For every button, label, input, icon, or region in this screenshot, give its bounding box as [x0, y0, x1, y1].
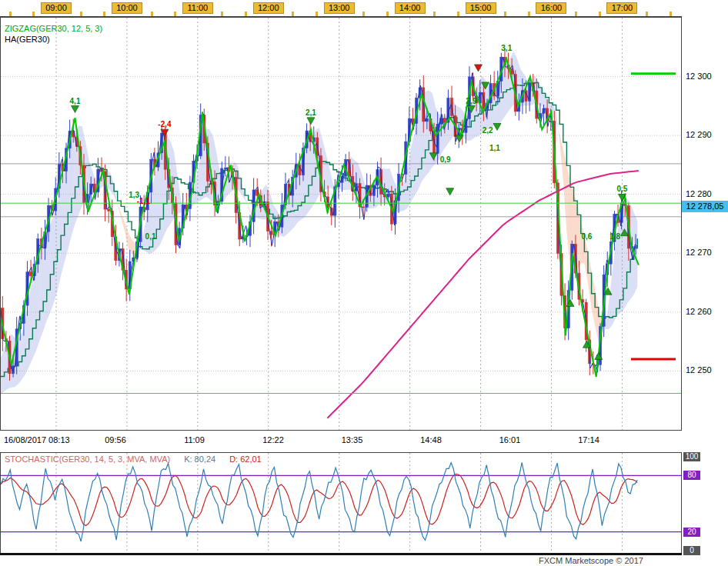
trade-arrow-icon	[493, 123, 501, 130]
minor-tick	[245, 12, 247, 16]
price-tick-label: 12 300	[686, 72, 712, 81]
stochastic-d-value: D: 62,01	[229, 454, 262, 464]
minor-tick	[221, 12, 223, 16]
trade-label: 0,1	[145, 232, 156, 241]
stoch-k-line	[1, 462, 637, 541]
bottom-time-label: 11:09	[184, 435, 205, 444]
trade-label: -1,1	[137, 197, 151, 205]
time-axis-bottom[interactable]: 16/08/2017 08:1309:5611:0912:2213:3514:4…	[0, 431, 682, 451]
minor-tick	[316, 12, 318, 16]
price-tick-label: 12 260	[686, 307, 712, 316]
current-price-badge: 12 278,05	[682, 201, 728, 212]
time-label: 14:00	[395, 2, 426, 14]
stochastic-axis[interactable]: 10080200	[682, 452, 728, 555]
time-label: 12:00	[253, 2, 284, 14]
time-label: 17:00	[606, 2, 637, 14]
minor-tick	[151, 12, 153, 16]
bottom-time-label: 09:56	[105, 435, 126, 444]
watermark-text: FXCM Marketscope © 2017	[539, 556, 677, 565]
minor-tick	[362, 12, 365, 16]
cloud-layer	[1, 52, 637, 395]
trade-arrow-icon	[446, 188, 454, 195]
stoch-grid-layer	[1, 453, 681, 554]
time-label: 10:00	[112, 2, 142, 14]
bottom-time-label: 12:22	[262, 435, 284, 444]
time-label: 11:00	[182, 2, 213, 14]
time-label: 15:00	[466, 2, 496, 14]
time-label: 16:00	[536, 2, 566, 14]
price-tick-label: 12 280	[686, 189, 712, 198]
minor-tick	[433, 12, 436, 16]
trade-arrow-icon	[307, 118, 315, 125]
minor-tick	[292, 12, 294, 16]
minor-tick	[504, 12, 506, 16]
legend-ha: HA(GER30)	[5, 34, 102, 45]
bottom-time-label: 16:01	[499, 435, 521, 444]
minor-tick	[528, 12, 530, 16]
minor-tick	[9, 12, 12, 16]
stochastic-plot[interactable]	[0, 452, 682, 555]
minor-tick	[32, 12, 35, 16]
trade-label: 0,6	[581, 232, 592, 241]
minor-tick	[599, 12, 601, 16]
legend-zigzag: ZIGZAG(GER30, 12, 5, 3)	[5, 23, 102, 34]
time-label: 13:00	[324, 2, 355, 14]
chart-window: 09:0010:0011:0012:0013:0014:0015:0016:00…	[0, 0, 728, 566]
price-axis[interactable]: 12 278,05 12 30012 29012 28012 27012 260…	[682, 17, 728, 431]
trade-label: 0,9	[440, 155, 451, 164]
main-chart-plot[interactable]: 4,1-2,41,3-1,10,12,10,92,92,23,11,10,50,…	[0, 17, 682, 431]
trade-label: 2,1	[306, 108, 316, 117]
main-chart-legend: ZIGZAG(GER30, 12, 5, 3) HA(GER30)	[5, 23, 102, 45]
minor-tick	[646, 12, 648, 16]
trade-label: 3,1	[501, 44, 512, 52]
minor-tick	[174, 12, 176, 16]
trade-label: 4,1	[70, 97, 81, 105]
minor-tick	[103, 12, 105, 16]
bottom-time-label: 16/08/2017 08:13	[4, 435, 70, 444]
trade-arrow-icon	[72, 106, 79, 113]
minor-tick	[670, 12, 672, 16]
minor-tick	[386, 12, 389, 16]
price-tick-label: 12 270	[686, 248, 712, 257]
stochastic-legend: STOCHASTIC(GER30, 14, 5, 3, MVA, MVA) K:…	[5, 454, 262, 464]
stoch-axis-badge: 20	[683, 528, 700, 537]
stoch-axis-badge: 0	[683, 546, 700, 555]
bottom-time-label: 13:35	[342, 435, 363, 444]
trade-label: 2,2	[483, 126, 493, 135]
minor-tick	[80, 12, 82, 16]
trade-label: 1,8	[609, 232, 620, 241]
time-label: 09:00	[41, 2, 72, 14]
time-axis-top[interactable]: 09:0010:0011:0012:0013:0014:0015:0016:00…	[0, 0, 682, 17]
minor-tick	[575, 12, 577, 16]
stoch-axis-badge: 100	[683, 452, 700, 461]
main-chart-panel[interactable]: 4,1-2,41,3-1,10,12,10,92,92,23,11,10,50,…	[0, 17, 682, 431]
price-tick-label: 12 290	[686, 130, 712, 139]
trade-label: 2,9	[466, 97, 476, 105]
stoch-axis-badge: 80	[683, 471, 700, 480]
bottom-time-label: 17:14	[578, 435, 599, 444]
trade-label: 0,5	[616, 185, 627, 193]
trade-label: 1,1	[489, 144, 500, 152]
stochastic-legend-title: STOCHASTIC(GER30, 14, 5, 3, MVA, MVA)	[5, 454, 170, 464]
trade-label: -2,4	[158, 120, 172, 128]
stochastic-k-value: K: 80,24	[184, 454, 215, 464]
bottom-time-label: 14:48	[420, 435, 442, 444]
minor-tick	[457, 12, 459, 16]
price-tick-label: 12 250	[686, 365, 712, 375]
stochastic-panel[interactable]	[0, 452, 682, 555]
